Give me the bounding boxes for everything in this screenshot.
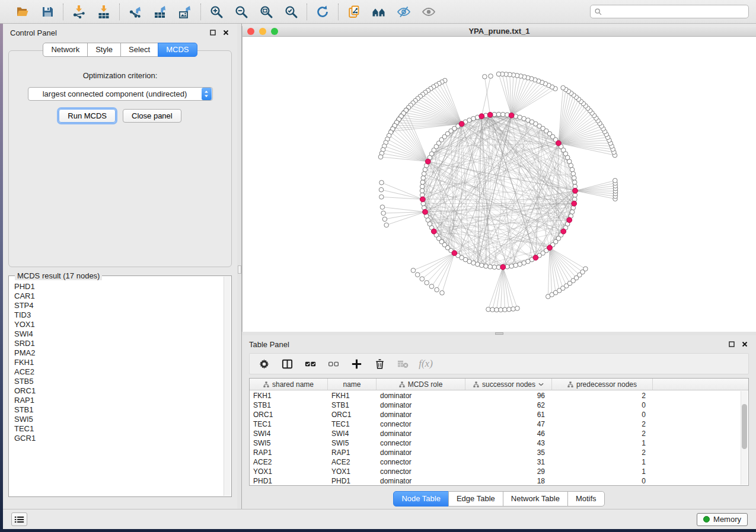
- ring-node[interactable]: [480, 263, 484, 268]
- save-session-icon[interactable]: [40, 4, 55, 20]
- table-row[interactable]: RAP1RAP1dominator352: [250, 448, 741, 457]
- leaf-node[interactable]: [415, 273, 420, 277]
- ring-node[interactable]: [420, 188, 425, 193]
- table-row[interactable]: FKH1FKH1dominator962: [250, 391, 741, 400]
- leaf-node[interactable]: [429, 284, 434, 289]
- ring-node[interactable]: [421, 176, 426, 181]
- mcds-hub-node[interactable]: [573, 188, 578, 194]
- ring-node[interactable]: [572, 176, 576, 181]
- leaf-node[interactable]: [425, 280, 429, 285]
- gear-icon[interactable]: [257, 357, 271, 371]
- leaf-node[interactable]: [435, 287, 439, 292]
- mcds-result-item[interactable]: ORC1: [14, 386, 224, 396]
- leaf-node[interactable]: [382, 217, 387, 222]
- mcds-result-item[interactable]: SWI4: [14, 329, 224, 339]
- mcds-hub-node[interactable]: [567, 217, 572, 223]
- mcds-hub-node[interactable]: [561, 229, 566, 234]
- leaf-node[interactable]: [440, 291, 445, 296]
- column-header-predecessor-nodes[interactable]: predecessor nodes: [552, 379, 653, 390]
- hide-selected-icon[interactable]: [396, 4, 412, 20]
- leaf-node[interactable]: [380, 205, 385, 210]
- leaf-node[interactable]: [483, 75, 487, 79]
- ring-node[interactable]: [571, 172, 576, 177]
- mcds-hub-node[interactable]: [420, 197, 425, 202]
- table-row[interactable]: PHD1PHD1dominator180: [250, 476, 741, 485]
- table-scrollbar[interactable]: [741, 391, 748, 485]
- mcds-hub-node[interactable]: [459, 121, 464, 127]
- splitter-grip[interactable]: [238, 265, 241, 274]
- leaf-node[interactable]: [583, 267, 588, 271]
- first-neighbors-icon[interactable]: [371, 4, 387, 20]
- ring-node[interactable]: [500, 112, 505, 117]
- network-graph[interactable]: [243, 37, 756, 332]
- tab-node-table[interactable]: Node Table: [393, 491, 449, 507]
- vertical-splitter[interactable]: [237, 24, 242, 509]
- run-mcds-button[interactable]: Run MCDS: [59, 109, 116, 123]
- zoom-in-icon[interactable]: [209, 4, 224, 20]
- float-panel-icon[interactable]: [728, 340, 736, 348]
- tab-mcds[interactable]: MCDS: [158, 43, 197, 57]
- columns-icon[interactable]: [280, 357, 294, 371]
- float-panel-icon[interactable]: [209, 28, 217, 37]
- zoom-fit-icon[interactable]: [259, 4, 274, 20]
- mcds-result-item[interactable]: PHD1: [14, 282, 224, 291]
- show-all-icon[interactable]: [421, 4, 436, 20]
- mcds-result-item[interactable]: PMA2: [14, 348, 224, 358]
- mcds-hub-node[interactable]: [431, 229, 436, 234]
- zoom-selected-icon[interactable]: [283, 4, 299, 20]
- tab-network[interactable]: Network: [43, 43, 88, 57]
- ring-node[interactable]: [509, 264, 514, 268]
- ring-node[interactable]: [484, 264, 489, 268]
- mcds-result-item[interactable]: STB5: [14, 377, 224, 386]
- mcds-result-item[interactable]: TEC1: [14, 424, 224, 434]
- close-panel-icon[interactable]: [741, 340, 749, 348]
- leaf-node[interactable]: [499, 307, 503, 312]
- table-row[interactable]: ACE2ACE2connector311: [250, 457, 741, 467]
- mcds-result-item[interactable]: SRD1: [14, 339, 224, 348]
- ring-node[interactable]: [496, 112, 501, 117]
- mcds-result-item[interactable]: YOX1: [14, 320, 224, 329]
- mcds-list-scrollbar[interactable]: [224, 277, 231, 496]
- table-row[interactable]: ORC1ORC1dominator610: [250, 410, 741, 419]
- mcds-hub-node[interactable]: [423, 209, 428, 214]
- clone-network-icon[interactable]: [346, 4, 362, 20]
- ring-node[interactable]: [570, 168, 575, 172]
- leaf-node[interactable]: [420, 277, 425, 281]
- ring-node[interactable]: [513, 263, 518, 268]
- table-row[interactable]: STB1STB1dominator620: [250, 400, 741, 410]
- select-unchecked-icon[interactable]: [326, 357, 340, 371]
- export-network-icon[interactable]: [127, 4, 143, 20]
- mcds-result-item[interactable]: STB1: [14, 405, 224, 415]
- mcds-hub-node[interactable]: [509, 113, 514, 118]
- table-row[interactable]: TEC1TEC1connector472: [250, 419, 741, 429]
- memory-button[interactable]: Memory: [697, 513, 748, 526]
- mcds-result-item[interactable]: CAR1: [14, 291, 224, 301]
- search-box[interactable]: [590, 5, 749, 18]
- close-window-icon[interactable]: [247, 28, 254, 35]
- leaf-node[interactable]: [495, 307, 499, 312]
- leaf-node[interactable]: [381, 211, 386, 216]
- leaf-node[interactable]: [379, 188, 384, 193]
- mcds-hub-node[interactable]: [487, 112, 493, 117]
- mcds-result-item[interactable]: GCR1: [14, 434, 224, 443]
- tab-network-table[interactable]: Network Table: [503, 491, 568, 507]
- close-panel-icon[interactable]: [222, 28, 230, 37]
- tab-edge-table[interactable]: Edge Table: [448, 491, 503, 507]
- leaf-node[interactable]: [515, 306, 520, 311]
- leaf-node[interactable]: [496, 72, 501, 76]
- column-header-MCDS-role[interactable]: MCDS role: [377, 379, 465, 390]
- export-image-icon[interactable]: [177, 4, 193, 20]
- task-history-button[interactable]: [11, 512, 27, 526]
- mcds-result-item[interactable]: STP4: [14, 301, 224, 310]
- zoom-out-icon[interactable]: [234, 4, 249, 20]
- mcds-result-item[interactable]: FKH1: [14, 358, 224, 367]
- mcds-result-item[interactable]: TID3: [14, 310, 224, 320]
- leaf-node[interactable]: [489, 74, 493, 79]
- ring-node[interactable]: [420, 180, 425, 185]
- horizontal-splitter[interactable]: [242, 332, 756, 335]
- table-row[interactable]: YOX1YOX1connector291: [250, 467, 741, 476]
- open-file-icon[interactable]: [15, 4, 30, 20]
- mcds-result-item[interactable]: SWI5: [14, 415, 224, 424]
- import-network-icon[interactable]: [71, 4, 87, 20]
- optimization-criterion-select[interactable]: largest connected component (undirected): [28, 87, 213, 101]
